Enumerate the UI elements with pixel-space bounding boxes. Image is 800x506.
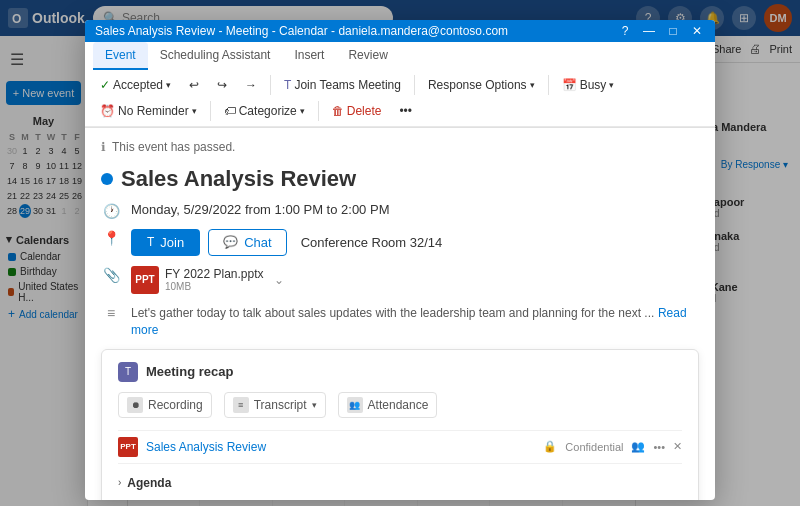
attachment-info: FY 2022 Plan.pptx 10MB (165, 267, 264, 292)
modal-title-text: Sales Analysis Review - Meeting - Calend… (95, 24, 508, 38)
modal-title: Sales Analysis Review - Meeting - Calend… (95, 24, 508, 38)
chevron-down-icon: ▾ (609, 80, 614, 90)
recap-doc-ppt-icon: PPT (118, 437, 138, 457)
event-color-dot (101, 173, 113, 185)
notes-label: Notes (132, 498, 165, 500)
transcript-button[interactable]: ≡ Transcript ▾ (224, 392, 326, 418)
transcript-icon: ≡ (233, 397, 249, 413)
description-row: ≡ Let's gather today to talk about sales… (101, 304, 699, 337)
recap-actions: ⏺ Recording ≡ Transcript ▾ 👥 Attendance (118, 392, 682, 418)
location-icon: 📍 (101, 230, 121, 246)
passed-text: This event has passed. (112, 140, 235, 154)
chevron-right-icon: › (118, 477, 121, 488)
chevron-down-icon: ▾ (300, 106, 305, 116)
recap-doc-controls: 🔒 Confidential 👥 ••• ✕ (543, 440, 682, 453)
chevron-down-icon: ▾ (312, 400, 317, 410)
tag-icon: 🏷 (224, 104, 236, 118)
teams-icon: T (147, 235, 154, 249)
tab-insert[interactable]: Insert (282, 42, 336, 70)
share-people-icon[interactable]: 👥 (631, 440, 645, 453)
text-icon: ≡ (101, 305, 121, 321)
event-title-row: Sales Analysis Review (101, 166, 699, 192)
more-doc-options[interactable]: ••• (653, 441, 665, 453)
file-name[interactable]: FY 2022 Plan.pptx (165, 267, 264, 281)
minimize-button[interactable]: — (641, 23, 657, 39)
redo-button[interactable]: ↪ (210, 74, 234, 96)
notes-section[interactable]: ⌄ Notes (118, 494, 682, 500)
chat-button[interactable]: 💬 Chat (208, 229, 286, 256)
expand-attachment-icon[interactable]: ⌄ (274, 273, 284, 287)
delete-button[interactable]: 🗑 Delete (325, 100, 389, 122)
tab-review[interactable]: Review (336, 42, 399, 70)
tab-scheduling[interactable]: Scheduling Assistant (148, 42, 283, 70)
clock-icon: ⏰ (100, 104, 115, 118)
forward-button[interactable]: → (238, 74, 264, 96)
join-button[interactable]: T Join (131, 229, 200, 256)
chevron-down-icon: ▾ (530, 80, 535, 90)
agenda-label: Agenda (127, 476, 171, 490)
response-options-button[interactable]: Response Options ▾ (421, 74, 542, 96)
recap-doc-bar: PPT Sales Analysis Review 🔒 Confidential… (118, 430, 682, 464)
agenda-section[interactable]: › Agenda (118, 472, 682, 494)
join-chat-row: T Join 💬 Chat Conference Room 32/14 (131, 229, 699, 256)
close-doc-icon[interactable]: ✕ (673, 440, 682, 453)
attendance-button[interactable]: 👥 Attendance (338, 392, 438, 418)
separator (270, 75, 271, 95)
event-location-row: 📍 T Join 💬 Chat Conference Room 32/14 (101, 229, 699, 256)
attendance-icon: 👥 (347, 397, 363, 413)
calendar-icon: 📅 (562, 78, 577, 92)
file-size: 10MB (165, 281, 264, 292)
separator (210, 101, 211, 121)
check-icon: ✓ (100, 78, 110, 92)
accepted-button[interactable]: ✓ Accepted ▾ (93, 74, 178, 96)
attachment-file: PPT FY 2022 Plan.pptx 10MB ⌄ (131, 266, 699, 294)
clock-icon: 🕐 (101, 203, 121, 219)
event-time-text: Monday, 5/29/2022 from 1:00 PM to 2:00 P… (131, 202, 699, 217)
more-options-button[interactable]: ••• (392, 100, 419, 122)
teams-icon: T (284, 78, 291, 92)
window-controls: ? — □ ✕ (617, 23, 705, 39)
chevron-down-icon: ⌄ (118, 499, 126, 500)
confidential-icon: 🔒 (543, 440, 557, 453)
event-time-row: 🕐 Monday, 5/29/2022 from 1:00 PM to 2:00… (101, 202, 699, 219)
no-reminder-button[interactable]: ⏰ No Reminder ▾ (93, 100, 204, 122)
paperclip-icon: 📎 (101, 267, 121, 283)
attachment-row: 📎 PPT FY 2022 Plan.pptx 10MB ⌄ (101, 266, 699, 294)
separator (548, 75, 549, 95)
undo-button[interactable]: ↩ (182, 74, 206, 96)
chevron-down-icon: ▾ (166, 80, 171, 90)
separator (414, 75, 415, 95)
description-text: Let's gather today to talk about sales u… (131, 306, 654, 320)
pptx-icon: PPT (131, 266, 159, 294)
categorize-button[interactable]: 🏷 Categorize ▾ (217, 100, 312, 122)
recap-title: Meeting recap (146, 364, 233, 379)
location-text: Conference Room 32/14 (301, 235, 443, 250)
recap-doc-title[interactable]: Sales Analysis Review (146, 440, 535, 454)
recording-button[interactable]: ⏺ Recording (118, 392, 212, 418)
chevron-down-icon: ▾ (192, 106, 197, 116)
event-title: Sales Analysis Review (121, 166, 356, 192)
help-button[interactable]: ? (617, 23, 633, 39)
modal-body: ℹ This event has passed. Sales Analysis … (85, 128, 715, 500)
tab-event[interactable]: Event (93, 42, 148, 70)
description-content: Let's gather today to talk about sales u… (131, 304, 699, 337)
confidential-label: Confidential (565, 441, 623, 453)
event-passed-notice: ℹ This event has passed. (101, 140, 699, 154)
info-icon: ℹ (101, 140, 106, 154)
maximize-button[interactable]: □ (665, 23, 681, 39)
modal-overlay: Sales Analysis Review - Meeting - Calend… (0, 0, 800, 506)
modal-ribbon: Event Scheduling Assistant Insert Review… (85, 42, 715, 128)
join-chat-location: T Join 💬 Chat Conference Room 32/14 (131, 229, 699, 256)
join-teams-button[interactable]: T Join Teams Meeting (277, 74, 408, 96)
modal-tabs: Event Scheduling Assistant Insert Review (85, 42, 715, 70)
separator (318, 101, 319, 121)
recording-icon: ⏺ (127, 397, 143, 413)
event-modal: Sales Analysis Review - Meeting - Calend… (85, 20, 715, 500)
modal-title-bar: Sales Analysis Review - Meeting - Calend… (85, 20, 715, 42)
recap-header: T Meeting recap (118, 362, 682, 382)
attachment-content: PPT FY 2022 Plan.pptx 10MB ⌄ (131, 266, 699, 294)
recap-teams-icon: T (118, 362, 138, 382)
close-button[interactable]: ✕ (689, 23, 705, 39)
meeting-recap-card: T Meeting recap ⏺ Recording ≡ Transcript… (101, 349, 699, 500)
busy-button[interactable]: 📅 Busy ▾ (555, 74, 622, 96)
